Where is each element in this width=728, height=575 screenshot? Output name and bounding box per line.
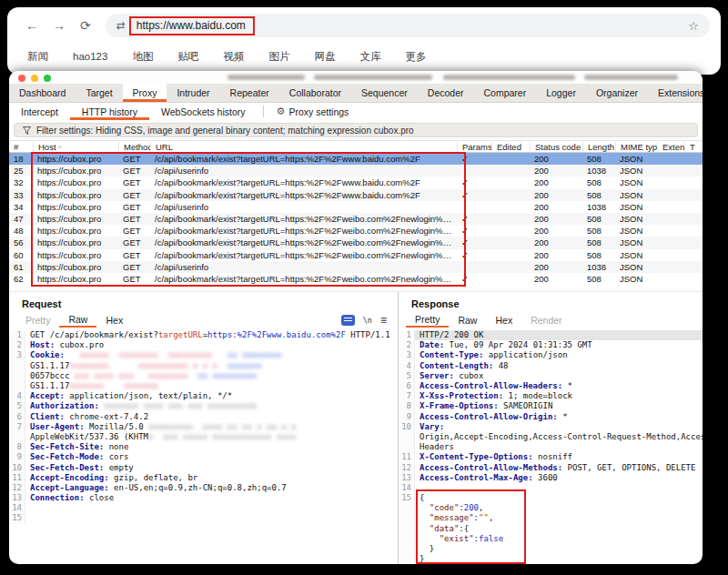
subtab-websockets-history[interactable]: WebSockets history <box>149 103 258 120</box>
column-header-edited[interactable]: Edited <box>491 142 530 152</box>
code-line: 6Access-Control-Allow-Headers: * <box>399 381 703 391</box>
tab-proxy[interactable]: Proxy <box>123 84 167 102</box>
panel-splitter[interactable] <box>9 285 703 292</box>
column-header-url[interactable]: URL <box>150 142 457 152</box>
code-line: 11Accept-Encoding: gzip, deflate, br <box>9 473 398 483</box>
subtab-http-history[interactable]: HTTP history <box>70 103 149 120</box>
tab-organizer[interactable]: Organizer <box>586 84 648 102</box>
request-editor[interactable]: 1GET /c/api/bookmark/exist?targetURL=htt… <box>9 328 398 564</box>
bookmark-item[interactable]: 视频 <box>223 50 244 64</box>
table-row[interactable]: 47https://cubox.proGET/c/api/bookmark/ex… <box>9 213 703 225</box>
minimize-window-button[interactable] <box>31 75 38 82</box>
reload-icon[interactable]: ⟳ <box>80 18 91 33</box>
table-row[interactable]: 32https://cubox.proGET/c/api/bookmark/ex… <box>9 177 703 188</box>
bookmark-item[interactable]: 更多 <box>405 50 426 64</box>
editor-menu-icon[interactable]: ≡ <box>380 315 387 326</box>
line-content: Accept-Encoding: gzip, deflate, br <box>25 473 398 483</box>
tab-sequencer[interactable]: Sequencer <box>351 84 418 102</box>
column-header-method[interactable]: Method <box>118 142 150 152</box>
tab-dashboard[interactable]: Dashboard <box>9 84 76 102</box>
line-number: 14 <box>9 503 25 513</box>
filter-settings-bar[interactable]: Filter settings: Hiding CSS, image and g… <box>14 123 698 137</box>
tab-extensions[interactable]: Extensions <box>648 84 703 102</box>
table-body: 18https://cubox.proGET/c/api/bookmark/ex… <box>9 153 703 285</box>
subtab-intercept[interactable]: Intercept <box>9 103 70 120</box>
table-row[interactable]: 56https://cubox.proGET/c/api/bookmark/ex… <box>9 237 703 248</box>
tab-intruder[interactable]: Intruder <box>167 84 219 102</box>
table-cell: ✓ <box>457 273 491 285</box>
code-token: Access-Control-Allow-Methods: <box>420 463 562 472</box>
editor-tab-hex[interactable]: Hex <box>486 312 521 328</box>
column-header-length[interactable]: Length <box>582 142 615 152</box>
editor-tab-raw[interactable]: Raw <box>449 312 486 328</box>
tab-decoder[interactable]: Decoder <box>418 84 474 102</box>
url-text[interactable]: https://www.baidu.com <box>129 16 255 35</box>
table-row[interactable]: 60https://cubox.proGET/c/api/bookmark/ex… <box>9 249 703 261</box>
tab-collaborator[interactable]: Collaborator <box>279 84 351 102</box>
site-settings-icon[interactable]: ⇄ <box>116 19 126 32</box>
inspector-toggle-icon[interactable] <box>341 315 355 326</box>
editor-tab-pretty[interactable]: Pretty <box>16 312 59 328</box>
bookmark-item[interactable]: 贴吧 <box>177 50 198 64</box>
code-token: GS1.1.17 <box>30 381 69 390</box>
back-icon[interactable]: ← <box>25 18 38 33</box>
table-row[interactable]: 25https://cubox.proGET/c/api/userinfo200… <box>9 165 703 177</box>
bookmark-star-icon[interactable]: ☆ <box>688 19 699 33</box>
editor-tab-hex[interactable]: Hex <box>96 312 132 328</box>
url-bar[interactable]: ⇄ https://www.baidu.com ☆ <box>106 14 710 37</box>
tab-logger[interactable]: Logger <box>536 84 586 102</box>
bookmark-item[interactable]: 新闻 <box>27 50 48 64</box>
code-line: 1HTTP/2 200 OK <box>399 330 703 340</box>
table-cell: /c/api/userinfo <box>150 165 457 177</box>
column-header-host[interactable]: Host ^ <box>33 142 118 152</box>
code-line: 15 <box>9 513 398 523</box>
bookmark-item[interactable]: 网盘 <box>314 50 335 64</box>
table-cell: https://cubox.pro <box>33 189 118 201</box>
table-row[interactable]: 18https://cubox.proGET/c/api/bookmark/ex… <box>9 153 703 165</box>
editor-tab-render[interactable]: Render <box>521 312 571 328</box>
column-header-mime-type[interactable]: MIME type <box>615 142 657 152</box>
column-header-status-code[interactable]: Status code <box>530 142 582 152</box>
editor-tab-raw[interactable]: Raw <box>59 312 96 328</box>
close-window-button[interactable] <box>18 75 25 82</box>
line-content: Client: chrome-ext-7.4.2 <box>25 412 398 422</box>
code-line: Origin,Accept-Encoding,Access-Control-Re… <box>399 432 703 442</box>
bookmark-item[interactable]: hao123 <box>73 51 107 62</box>
column-header-params[interactable]: Params <box>457 142 491 152</box>
table-cell: 32 <box>9 177 33 188</box>
table-cell: JSON <box>615 189 657 201</box>
tab-repeater[interactable]: Repeater <box>220 84 279 102</box>
table-cell: https://cubox.pro <box>33 153 118 165</box>
editor-tab-pretty[interactable]: Pretty <box>406 312 449 328</box>
table-row[interactable]: 62https://cubox.proGET/c/api/bookmark/ex… <box>9 273 703 285</box>
tab-target[interactable]: Target <box>76 84 122 102</box>
bookmark-item[interactable]: 地图 <box>132 50 153 64</box>
newline-display-icon[interactable]: \n <box>363 316 372 325</box>
zoom-window-button[interactable] <box>44 75 51 82</box>
table-cell: ✓ <box>457 249 491 261</box>
proxy-subtabs: InterceptHTTP historyWebSockets history … <box>9 103 703 120</box>
bookmark-item[interactable]: 文库 <box>359 50 380 64</box>
response-editor[interactable]: 1HTTP/2 200 OK2Date: Tue, 09 Apr 2024 01… <box>399 328 703 564</box>
code-token: POST, GET, OPTIONS, DELETE <box>562 463 695 472</box>
table-cell: JSON <box>615 201 657 213</box>
table-row[interactable]: 61https://cubox.proGET/c/api/userinfo200… <box>9 261 703 273</box>
line-content: Connection: close <box>25 493 398 503</box>
proxy-settings-button[interactable]: ⚙ Proxy settings <box>269 103 357 120</box>
tab-comparer[interactable]: Comparer <box>474 84 537 102</box>
browser-toolbar: ← → ⟳ ⇄ https://www.baidu.com ☆ <box>7 7 721 44</box>
line-content: 0657bccc xxx xxxx xxx xxxxxxxx xx xxxxxx… <box>25 371 398 381</box>
column-header-extension[interactable]: Extension <box>657 142 684 152</box>
code-token: Access-Control-Allow-Headers: <box>420 381 562 390</box>
bookmark-item[interactable]: 图片 <box>268 50 289 64</box>
table-cell: 200 <box>530 213 582 225</box>
line-number: 8 <box>9 442 25 452</box>
table-row[interactable]: 34https://cubox.proGET/c/api/userinfo200… <box>9 201 703 213</box>
forward-icon[interactable]: → <box>53 18 66 33</box>
code-line: 15{ <box>399 493 703 503</box>
column-header-num[interactable]: # <box>9 142 33 152</box>
column-header-t[interactable]: T <box>684 142 703 152</box>
line-content: X-Content-Type-Options: nosniff <box>415 452 703 462</box>
table-row[interactable]: 48https://cubox.proGET/c/api/bookmark/ex… <box>9 225 703 237</box>
table-row[interactable]: 33https://cubox.proGET/c/api/bookmark/ex… <box>9 189 703 201</box>
